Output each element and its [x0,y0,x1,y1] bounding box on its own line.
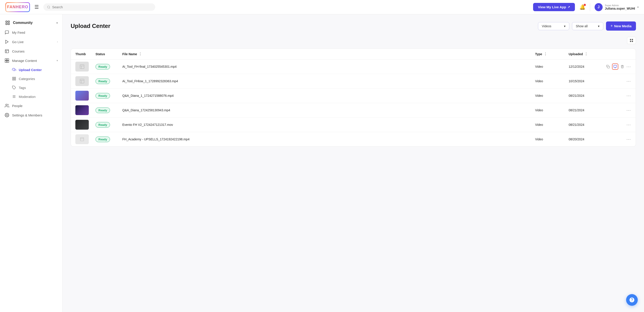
thumb-6 [75,134,89,144]
sidebar-community-chevron: ▾ [56,21,58,24]
svg-rect-32 [608,66,610,68]
hamburger-menu[interactable]: ☰ [34,4,39,10]
community-icon [4,20,11,26]
thumb-5 [75,120,89,130]
people-icon [4,103,10,108]
sidebar-item-tags[interactable]: Tags [0,83,62,92]
manage-content-icon [4,58,10,63]
col-uploaded: Uploaded ⋮ [569,52,613,56]
courses-icon [4,49,10,54]
date-4: 08/21/2024 [569,108,613,112]
grid-view-button[interactable] [627,37,636,44]
new-media-button[interactable]: + New Media [606,21,636,31]
filename-1: Ai_Tool_FH-final_1734025545301.mp4 [122,65,535,68]
copy-button-1[interactable] [605,64,611,69]
more-options-1[interactable]: ⋯ [626,64,631,69]
filename-5: Evento FH V2_1724247121317.mov [122,123,535,126]
page-title: Upload Center [71,22,110,29]
status-3: Ready [96,93,122,99]
new-media-label: New Media [614,24,632,28]
logo: FANHERO [5,2,30,12]
media-table: Thumb Status File Name ⋮ Type ⋮ Uploaded… [71,48,636,147]
header-actions: Videos ▾ Show all ▾ + New Media [538,21,636,31]
more-options-2[interactable]: ⋯ [626,78,631,84]
videos-filter-dropdown[interactable]: Videos ▾ [538,22,569,30]
type-col-options[interactable]: ⋮ [544,52,547,56]
uploaded-col-options[interactable]: ⋮ [584,52,588,56]
sidebar-item-categories[interactable]: Categories [0,74,62,83]
sidebar-tags-label: Tags [19,86,26,90]
chat-icon [4,30,10,35]
logo-text: FANHERO [7,5,28,9]
filename-3: Q&A_Diana_1_1724271588076.mp4 [122,94,535,97]
thumb-2 [75,76,89,86]
more-options-6[interactable]: ⋯ [626,137,631,142]
col-status: Status [96,52,122,56]
svg-rect-18 [14,79,16,80]
view-live-button[interactable]: View My Live App ↗ [533,3,575,11]
table-row: Ready Ai_Tool_FH-final_1734025545301.mp4… [71,59,636,74]
date-5: 08/21/2024 [569,123,613,126]
play-icon [4,39,10,44]
plus-icon: + [610,24,613,28]
svg-rect-25 [630,39,631,40]
user-menu[interactable]: J Super Admin Juliana.super_WUHI ▾ [594,3,639,11]
notifications-button[interactable]: 🔔 [580,4,586,10]
sidebar-categories-label: Categories [19,77,35,81]
svg-marker-6 [6,40,8,43]
svg-rect-39 [80,138,84,141]
embed-button-1[interactable] [612,63,618,70]
svg-rect-3 [8,21,10,22]
sidebar-item-moderation[interactable]: Moderation [0,92,62,101]
status-5: Ready [96,122,122,128]
sidebar-myfeed-label: My Feed [12,31,25,34]
status-6: Ready [96,137,122,142]
chevron-down-icon: ▾ [637,5,639,9]
sidebar-item-my-feed[interactable]: My Feed [0,28,62,37]
type-5: Video [535,123,569,126]
sidebar-item-manage-content[interactable]: Manage Content ▾ [0,56,62,65]
sidebar-item-go-live[interactable]: Go Live › [0,37,62,46]
date-3: 08/21/2024 [569,94,613,97]
type-2: Video [535,79,569,83]
more-options-5[interactable]: ⋯ [626,122,631,127]
thumb-4 [75,105,89,115]
main-layout: Community ▾ My Feed Go Live › Courses [0,14,644,312]
svg-rect-27 [630,41,631,42]
svg-rect-26 [632,39,633,40]
svg-rect-13 [7,61,9,63]
svg-rect-17 [12,79,14,80]
row-actions-1: ⋯ [613,63,631,70]
svg-rect-5 [8,23,10,24]
status-badge: Ready [96,64,110,69]
go-live-expand-icon: › [57,40,58,43]
upload-center-icon [12,67,16,72]
showall-filter-dropdown[interactable]: Show all ▾ [572,22,603,30]
filename-col-options[interactable]: ⋮ [138,52,142,56]
sidebar-item-upload-center[interactable]: Upload Center [0,65,62,74]
row-actions-4: ⋯ [613,107,631,113]
svg-point-24 [6,115,8,116]
table-row: Ready Ai_Tool_FHlow_1_1728992328363.mp4 … [71,74,636,88]
svg-rect-33 [614,65,616,67]
settings-icon [4,113,10,118]
more-options-4[interactable]: ⋯ [626,107,631,113]
sidebar-item-settings-members[interactable]: Settings & Members [0,110,62,120]
sidebar-item-people[interactable]: People [0,101,62,110]
search-input[interactable] [52,5,152,9]
thumb-1 [75,62,89,71]
delete-button-1[interactable] [620,64,625,69]
svg-rect-36 [80,79,84,83]
support-bubble[interactable] [626,294,638,306]
svg-point-0 [48,6,50,8]
date-6: 08/20/2024 [569,137,613,141]
showall-filter-label: Show all [576,24,588,28]
svg-line-1 [50,7,50,8]
sidebar-community-section[interactable]: Community ▾ [0,18,62,28]
more-options-3[interactable]: ⋯ [626,93,631,98]
sidebar-item-courses[interactable]: Courses [0,46,62,56]
moderation-icon [12,94,16,99]
svg-rect-7 [5,50,9,53]
type-1: Video [535,65,569,68]
notification-badge [584,4,586,6]
